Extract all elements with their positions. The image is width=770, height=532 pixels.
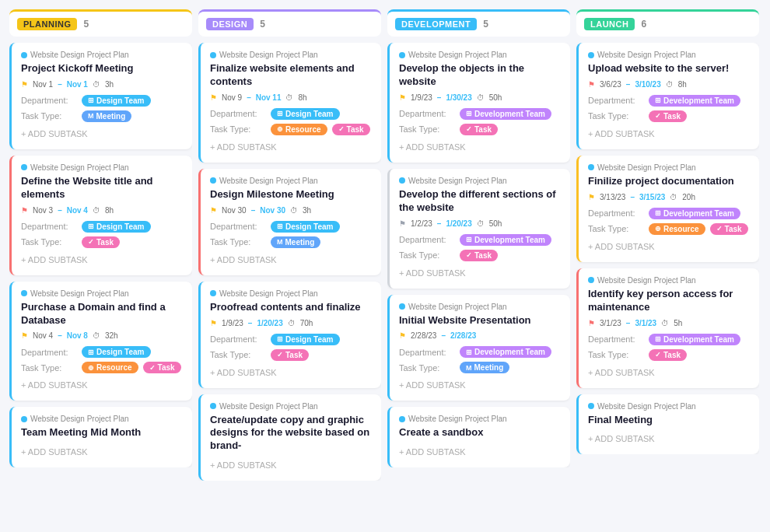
- task-card[interactable]: Website Design Project PlanDefine the We…: [9, 156, 192, 275]
- department-tag[interactable]: ⊞ Design Team: [82, 346, 151, 358]
- card-title: Project Kickoff Meeting: [21, 62, 183, 75]
- department-tag[interactable]: ⊞ Design Team: [271, 221, 340, 233]
- department-tag[interactable]: ⊞ Design Team: [271, 334, 340, 345]
- task-type-tag[interactable]: ✓ Task: [82, 236, 120, 248]
- department-tag[interactable]: ⊞ Development Team: [649, 95, 740, 107]
- task-card[interactable]: Website Design Project PlanIdentify key …: [576, 268, 759, 388]
- add-subtask-button[interactable]: + ADD SUBTASK: [399, 444, 561, 460]
- add-subtask-button[interactable]: + ADD SUBTASK: [588, 126, 750, 142]
- task-card[interactable]: Website Design Project PlanProject Kicko…: [9, 43, 192, 149]
- flag-icon: ⚑: [588, 80, 595, 89]
- hours-value: 8h: [105, 206, 114, 215]
- card-project-name: Website Design Project Plan: [210, 402, 372, 411]
- project-dot-icon: [399, 52, 405, 58]
- project-label: Website Design Project Plan: [219, 402, 318, 411]
- card-dates: ⚑2/28/23 – 2/28/23: [399, 331, 561, 340]
- department-label: Department:: [210, 222, 266, 231]
- department-tag-icon: ⊞: [655, 209, 661, 217]
- task-type-text: Task: [663, 112, 681, 121]
- department-tag-text: Development Team: [474, 236, 545, 244]
- department-label: Department:: [21, 222, 77, 231]
- task-card[interactable]: Website Design Project PlanInitial Websi…: [387, 295, 570, 401]
- department-tag[interactable]: ⊞ Design Team: [82, 95, 151, 107]
- department-tag[interactable]: ⊞ Development Team: [460, 346, 551, 358]
- task-card[interactable]: Website Design Project PlanCreate a sand…: [387, 407, 570, 467]
- task-card[interactable]: Website Design Project PlanFinalize webs…: [198, 43, 381, 163]
- flag-icon: ⚑: [21, 80, 28, 89]
- task-type-tag[interactable]: ✓ Task: [271, 349, 309, 361]
- project-label: Website Design Project Plan: [219, 289, 318, 298]
- date-end: Nov 4: [67, 206, 88, 215]
- project-label: Website Design Project Plan: [408, 303, 507, 311]
- task-card[interactable]: Website Design Project PlanDevelop the o…: [387, 43, 570, 163]
- project-dot-icon: [399, 303, 405, 310]
- date-end: 1/30/23: [446, 93, 471, 102]
- task-type-field: Task Type:✓ Task: [588, 110, 750, 122]
- task-type-icon: ⊕: [277, 125, 283, 133]
- task-type-tag[interactable]: M Meeting: [82, 110, 131, 122]
- flag-icon: ⚑: [399, 219, 406, 228]
- department-tag[interactable]: ⊞ Development Team: [649, 334, 740, 345]
- add-subtask-button[interactable]: + ADD SUBTASK: [588, 431, 750, 446]
- date-separator: –: [437, 93, 442, 102]
- task-card[interactable]: Website Design Project PlanDesign Milest…: [198, 169, 381, 275]
- card-dates: ⚑Nov 30 – Nov 30 ⏱ 3h: [210, 206, 372, 215]
- task-card[interactable]: Website Design Project PlanDevelop the d…: [387, 169, 570, 289]
- date-separator: –: [630, 193, 635, 201]
- department-tag-text: Development Team: [474, 110, 545, 118]
- task-card[interactable]: Website Design Project PlanPurchase a Do…: [9, 282, 192, 401]
- add-subtask-button[interactable]: + ADD SUBTASK: [399, 265, 561, 281]
- task-card[interactable]: Website Design Project PlanFinilize proj…: [576, 156, 759, 262]
- task-type-icon: M: [277, 238, 283, 246]
- task-type-tag[interactable]: ✓ Task: [649, 349, 687, 361]
- hours-value: 5h: [674, 319, 682, 327]
- card-title: Final Meeting: [588, 414, 750, 427]
- task-type-tag[interactable]: ✓ Task: [143, 362, 181, 373]
- add-subtask-button[interactable]: + ADD SUBTASK: [210, 139, 372, 155]
- add-subtask-button[interactable]: + ADD SUBTASK: [210, 365, 372, 380]
- department-tag[interactable]: ⊞ Design Team: [82, 221, 151, 233]
- task-type-tag[interactable]: M Meeting: [271, 236, 320, 248]
- add-subtask-button[interactable]: + ADD SUBTASK: [210, 252, 372, 268]
- task-card[interactable]: Website Design Project PlanProofread con…: [198, 282, 381, 388]
- add-subtask-button[interactable]: + ADD SUBTASK: [21, 377, 183, 393]
- task-type-tag[interactable]: M Meeting: [460, 362, 509, 373]
- task-type-tag[interactable]: ✓ Task: [332, 124, 370, 135]
- task-card[interactable]: Website Design Project PlanCreate/update…: [198, 394, 381, 481]
- department-tag[interactable]: ⊞ Development Team: [649, 208, 740, 219]
- task-type-tag[interactable]: ✓ Task: [649, 110, 687, 122]
- department-tag[interactable]: ⊞ Development Team: [460, 234, 551, 246]
- add-subtask-button[interactable]: + ADD SUBTASK: [21, 126, 183, 142]
- task-type-text: Meeting: [96, 112, 126, 121]
- add-subtask-button[interactable]: + ADD SUBTASK: [210, 457, 372, 473]
- task-type-tag[interactable]: ⊕ Resource: [271, 124, 327, 135]
- date-start: 3/6/23: [600, 80, 621, 89]
- add-subtask-button[interactable]: + ADD SUBTASK: [21, 444, 183, 460]
- task-type-tag[interactable]: ✓ Task: [460, 250, 498, 261]
- add-subtask-button[interactable]: + ADD SUBTASK: [399, 139, 561, 155]
- department-tag[interactable]: ⊞ Design Team: [271, 108, 340, 120]
- task-type-label: Task Type:: [399, 250, 455, 260]
- department-tag-icon: ⊞: [277, 335, 283, 343]
- project-label: Website Design Project Plan: [30, 163, 129, 172]
- task-type-tag[interactable]: ✓ Task: [710, 223, 748, 235]
- department-field: Department:⊞ Design Team: [210, 108, 372, 120]
- task-type-tag[interactable]: ⊕ Resource: [649, 223, 705, 235]
- add-subtask-button[interactable]: + ADD SUBTASK: [588, 365, 750, 380]
- add-subtask-button[interactable]: + ADD SUBTASK: [399, 377, 561, 393]
- department-tag[interactable]: ⊞ Development Team: [460, 108, 551, 120]
- project-dot-icon: [21, 290, 27, 296]
- task-type-text: Task: [347, 125, 364, 134]
- task-card[interactable]: Website Design Project PlanFinal Meeting…: [576, 394, 759, 455]
- department-label: Department:: [588, 208, 644, 218]
- task-card[interactable]: Website Design Project PlanUpload websit…: [576, 43, 759, 149]
- task-card[interactable]: Website Design Project PlanTeam Meeting …: [9, 407, 192, 467]
- add-subtask-button[interactable]: + ADD SUBTASK: [588, 239, 750, 254]
- department-field: Department:⊞ Design Team: [21, 346, 183, 358]
- task-type-tag[interactable]: ⊕ Resource: [82, 362, 138, 373]
- card-project-name: Website Design Project Plan: [588, 402, 750, 411]
- task-type-tag[interactable]: ✓ Task: [460, 124, 498, 135]
- add-subtask-button[interactable]: + ADD SUBTASK: [21, 252, 183, 268]
- department-tag-icon: ⊞: [655, 96, 661, 104]
- task-type-text: Resource: [663, 225, 699, 233]
